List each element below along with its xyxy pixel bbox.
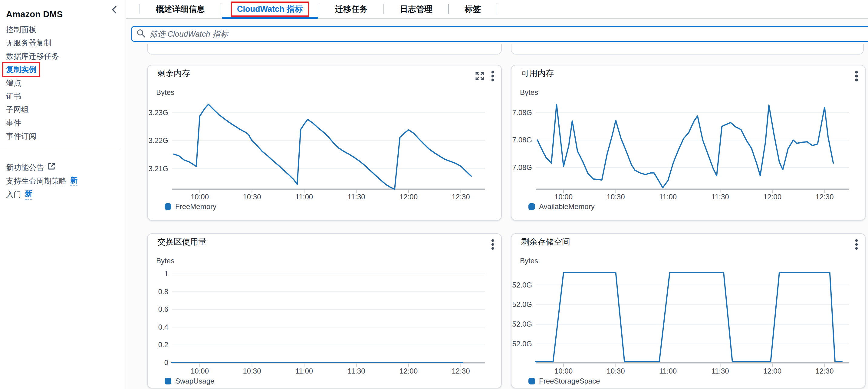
legend-FreeStorageSpace[interactable]: FreeStorageSpace [528, 377, 600, 385]
card-menu-button[interactable] [491, 70, 495, 83]
kebab-menu-icon [855, 70, 858, 83]
sidebar-item-dashboard[interactable]: 控制面板 [6, 25, 36, 34]
x-tick-label: 12:30 [815, 193, 834, 201]
sidebar-item-label: 复制实例 [6, 65, 36, 74]
sidebar-item-label: 端点 [6, 79, 21, 87]
card-actions [855, 239, 858, 251]
x-tick-label: 12:30 [452, 367, 470, 375]
sidebar-item-database-migration-tasks[interactable]: 数据库迁移任务 [6, 51, 59, 61]
legend-color-dot [528, 203, 535, 210]
x-tick-label: 12:00 [763, 367, 781, 375]
footer-item-label: 入门 [6, 189, 21, 199]
tab-log-management[interactable]: 日志管理 [384, 0, 448, 18]
legend-FreeMemory[interactable]: FreeMemory [165, 202, 216, 211]
series-line-FreeStorageSpace [536, 273, 842, 362]
x-tick-label: 11:30 [711, 367, 729, 375]
sidebar-item-replication-instances[interactable]: 复制实例 [6, 64, 36, 74]
card-title-available-memory: 可用内存 [521, 68, 554, 79]
y-tick-label: 7.08G [513, 136, 532, 144]
chart-available-memory: Bytes7.08G7.08G7.08G10:0010:3011:0011:30… [512, 65, 866, 221]
x-tick-label: 11:30 [711, 193, 729, 201]
main-content: 概述详细信息CloudWatch 指标迁移任务日志管理标签 剩余内存Bytes3… [126, 0, 868, 389]
legend-SwapUsage[interactable]: SwapUsage [165, 377, 214, 385]
tab-bar: 概述详细信息CloudWatch 指标迁移任务日志管理标签 [126, 0, 868, 19]
y-tick-label: 0.2 [158, 340, 168, 349]
legend-label: SwapUsage [175, 377, 214, 385]
x-tick-label: 12:00 [400, 193, 417, 201]
y-tick-label: 0.8 [158, 287, 168, 296]
metric-card-swap-usage: 交换区使用量Bytes10.80.60.40.2010:0010:3011:00… [147, 233, 502, 388]
sidebar-footer-getting-started[interactable]: 入门新 [6, 189, 32, 200]
card-actions [474, 70, 495, 83]
card-title-swap-usage: 交换区使用量 [157, 237, 207, 247]
sidebar-footer-support-lifecycle-policy[interactable]: 支持生命周期策略新 [6, 175, 78, 186]
tab-tags[interactable]: 标签 [449, 0, 497, 18]
sidebar-item-label: 控制面板 [6, 25, 36, 34]
chart-swap-usage: Bytes10.80.60.40.2010:0010:3011:0011:301… [148, 234, 502, 389]
x-tick-label: 11:00 [296, 367, 313, 375]
footer-item-label: 新功能公告 [6, 162, 44, 172]
legend-color-dot [165, 378, 171, 385]
card-menu-button[interactable] [491, 239, 495, 251]
sidebar-item-events[interactable]: 事件 [6, 118, 21, 128]
annotation-box: 复制实例 [2, 62, 40, 77]
card-actions [491, 239, 495, 251]
y-axis-unit-label: Bytes [156, 88, 174, 96]
x-tick-label: 11:30 [347, 367, 365, 375]
x-tick-label: 11:30 [347, 193, 365, 201]
series-line-FreeMemory [174, 104, 471, 189]
x-tick-label: 10:00 [191, 367, 209, 375]
card-actions [855, 70, 858, 83]
y-tick-label: 7.08G [513, 163, 532, 171]
new-badge[interactable]: 新 [25, 189, 32, 200]
tab-migration-tasks[interactable]: 迁移任务 [319, 0, 383, 18]
sidebar-item-label: 子网组 [6, 105, 29, 114]
tab-cloudwatch-metrics[interactable]: CloudWatch 指标 [221, 0, 319, 18]
search-input[interactable] [149, 29, 868, 39]
x-tick-label: 11:00 [296, 193, 313, 201]
expand-chart-button[interactable] [474, 71, 485, 82]
x-tick-label: 10:00 [554, 367, 572, 375]
sidebar-footer-whats-new[interactable]: 新功能公告 [6, 162, 56, 172]
sidebar-divider [2, 150, 120, 150]
y-axis-unit-label: Bytes [520, 257, 538, 265]
x-tick-label: 11:00 [659, 367, 677, 375]
x-tick-label: 12:00 [763, 193, 781, 201]
legend-color-dot [165, 203, 171, 210]
y-tick-label: 0.6 [158, 305, 168, 313]
footer-item-label: 支持生命周期策略 [6, 176, 67, 186]
legend-label: AvailableMemory [539, 202, 595, 211]
sidebar-item-certificates[interactable]: 证书 [6, 91, 21, 101]
x-tick-label: 10:30 [243, 367, 261, 375]
tab-separator [497, 4, 497, 14]
tab-label: CloudWatch 指标 [237, 4, 303, 13]
sidebar-item-label: 数据库迁移任务 [6, 52, 59, 60]
annotation-box: CloudWatch 指标 [231, 1, 309, 17]
sidebar-item-subnet-groups[interactable]: 子网组 [6, 105, 29, 114]
card-title-free-memory: 剩余内存 [157, 68, 190, 79]
x-tick-label: 12:30 [815, 367, 834, 375]
new-badge[interactable]: 新 [70, 175, 78, 186]
tab-label: 标签 [465, 4, 481, 15]
card-menu-button[interactable] [855, 70, 858, 83]
card-menu-button[interactable] [855, 239, 858, 251]
sidebar-collapse-button[interactable] [109, 5, 120, 15]
x-tick-label: 10:30 [607, 367, 625, 375]
x-tick-label: 12:30 [452, 193, 470, 201]
chart-free-memory: Bytes3.23G3.22G3.21G10:0010:3011:0011:30… [148, 65, 502, 221]
legend-label: FreeStorageSpace [539, 377, 600, 385]
sidebar-item-label: 证书 [6, 92, 21, 100]
metric-card-free-storage-space: 剩余存储空间Bytes52.0G52.0G52.0G52.0G10:0010:3… [511, 233, 866, 388]
tab-overview-details[interactable]: 概述详细信息 [140, 0, 221, 18]
y-tick-label: 3.21G [149, 165, 168, 173]
sidebar: Amazon DMS 控制面板无服务器复制数据库迁移任务复制实例端点证书子网组事… [0, 0, 126, 389]
sidebar-item-serverless-replication[interactable]: 无服务器复制 [6, 38, 52, 48]
legend-AvailableMemory[interactable]: AvailableMemory [528, 202, 595, 211]
series-line-AvailableMemory [537, 105, 834, 188]
sidebar-item-endpoints[interactable]: 端点 [6, 78, 21, 88]
card-title-free-storage-space: 剩余存储空间 [521, 237, 570, 247]
kebab-menu-icon [491, 70, 495, 83]
x-tick-label: 10:30 [607, 193, 625, 201]
sidebar-item-event-subscriptions[interactable]: 事件订阅 [6, 131, 36, 141]
x-tick-label: 11:00 [659, 193, 677, 201]
